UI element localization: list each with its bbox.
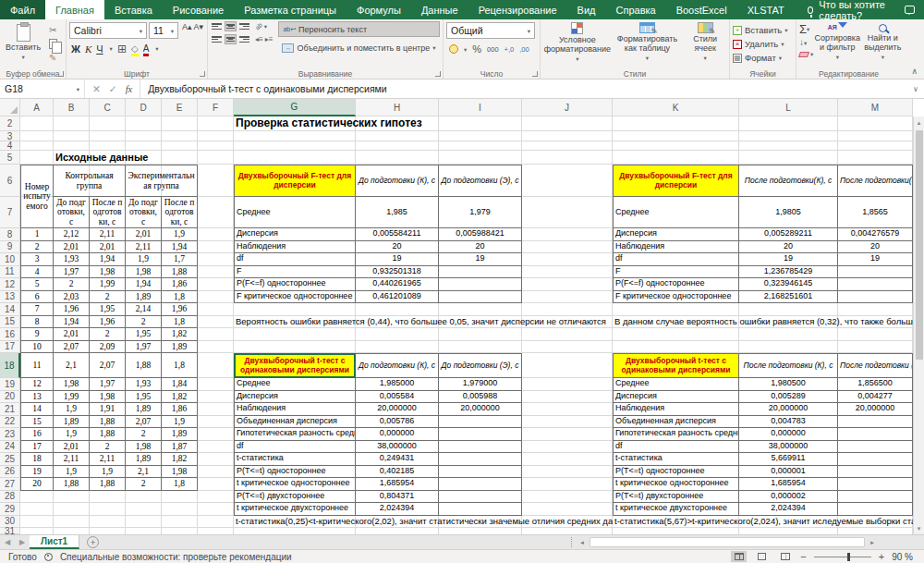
conditional-formatting-button[interactable]: Условное форматирование ▾: [544, 21, 611, 63]
cell-G24[interactable]: df: [234, 441, 356, 454]
cell-K23[interactable]: Гипотетическая разность средних: [613, 428, 739, 441]
cell-E7[interactable]: После подготовки, с: [162, 197, 198, 228]
cell-D23[interactable]: 2: [126, 428, 162, 441]
comment-icon[interactable]: [905, 6, 915, 14]
cell-G8[interactable]: Дисперсия: [234, 228, 356, 241]
zoom-slider[interactable]: [814, 557, 871, 557]
cell-K27[interactable]: t критическое одностороннее: [613, 478, 739, 491]
cell-H11[interactable]: 0,932501318: [356, 266, 439, 279]
cell-H20[interactable]: 0,005584: [356, 391, 439, 404]
cell-L7[interactable]: 1,9805: [739, 197, 838, 228]
zoom-in-icon[interactable]: +: [879, 551, 884, 562]
cell-E24[interactable]: 1,87: [162, 441, 198, 454]
orientation-icon[interactable]: ab: [254, 21, 263, 31]
cell-C18[interactable]: 2,07: [90, 353, 126, 378]
tab-Вид[interactable]: Вид: [567, 0, 606, 19]
shrink-font-icon[interactable]: А▾: [194, 22, 204, 31]
cell-C9[interactable]: 2,01: [90, 241, 126, 254]
cell-H21[interactable]: 20,000000: [356, 403, 439, 416]
cell-E10[interactable]: 1,7: [162, 253, 198, 266]
cell-H8[interactable]: 0,005584211: [356, 228, 439, 241]
fill-color-icon[interactable]: ◇: [131, 44, 139, 54]
cell-L22[interactable]: 0,004783: [739, 416, 838, 429]
row-header-2[interactable]: 2: [0, 116, 20, 131]
italic-icon[interactable]: К: [85, 43, 91, 55]
cell-H7[interactable]: 1,985: [356, 197, 439, 228]
cell-H13[interactable]: 0,461201089: [356, 291, 439, 304]
cell-A26[interactable]: 19: [20, 466, 54, 479]
vertical-scroll-thumb[interactable]: [916, 130, 923, 360]
cell-A25[interactable]: 18: [20, 453, 54, 466]
cell-K15[interactable]: В данном случае вероятность ошибки равня…: [613, 316, 913, 329]
tab-Разметка страницы[interactable]: Разметка страницы: [234, 0, 346, 19]
horizontal-scrollbar[interactable]: ◂ ▸: [571, 537, 878, 547]
cell-I7[interactable]: 1,979: [439, 197, 522, 228]
cell-D27[interactable]: 2: [126, 478, 162, 491]
cell-K6[interactable]: Двухвыборочный F-тест для дисперсии: [613, 165, 739, 197]
tab-Данные[interactable]: Данные: [411, 0, 468, 19]
cell-B17[interactable]: 2,07: [54, 341, 90, 354]
accessibility-status[interactable]: Специальные возможности: проверьте реком…: [60, 552, 292, 562]
row-header-10[interactable]: 10: [0, 253, 20, 266]
scroll-right-icon[interactable]: ▸: [867, 537, 878, 547]
scrollbar-splitter[interactable]: [571, 537, 575, 547]
cell-B7[interactable]: До подготовки, с: [54, 197, 90, 228]
cell-M25[interactable]: [838, 453, 913, 466]
font-size-select[interactable]: 11 ▾: [149, 22, 178, 39]
row-header-26[interactable]: 26: [0, 466, 20, 479]
cell-L20[interactable]: 0,005289: [739, 391, 838, 404]
vertical-scrollbar[interactable]: ▴ ▾: [913, 116, 924, 534]
column-header-J[interactable]: J: [522, 99, 613, 116]
cell-C17[interactable]: 2,09: [90, 341, 126, 354]
cell-E15[interactable]: 1,8: [162, 316, 198, 329]
cell-C15[interactable]: 1,96: [90, 316, 126, 329]
cell-E11[interactable]: 1,88: [162, 266, 198, 279]
cell-K24[interactable]: df: [613, 441, 739, 454]
page-break-view-button[interactable]: [777, 551, 793, 562]
cell-C24[interactable]: 2: [90, 441, 126, 454]
cell-D13[interactable]: 1,89: [126, 291, 162, 304]
enter-icon[interactable]: ✓: [109, 83, 117, 94]
cell-A15[interactable]: 8: [20, 316, 54, 329]
row-header-21[interactable]: 21: [0, 403, 20, 416]
row-header-22[interactable]: 22: [0, 416, 20, 429]
copy-icon[interactable]: [45, 37, 60, 50]
cell-C23[interactable]: 1,88: [90, 428, 126, 441]
dialog-launcher-icon[interactable]: [532, 71, 538, 77]
sheet-tab-active[interactable]: Лист1: [30, 535, 79, 549]
cell-I9[interactable]: 20: [439, 241, 522, 254]
cell-E13[interactable]: 1,8: [162, 291, 198, 304]
cell-A17[interactable]: 10: [20, 341, 54, 354]
cell-E17[interactable]: 1,89: [162, 341, 198, 354]
cell-G25[interactable]: t-статистика: [234, 453, 356, 466]
row-header-31[interactable]: 31: [0, 528, 20, 534]
cell-L25[interactable]: 5,669911: [739, 453, 838, 466]
cell-C14[interactable]: 1,95: [90, 303, 126, 316]
cell-C12[interactable]: 1,99: [90, 278, 126, 291]
comma-style-icon[interactable]: 000: [487, 45, 499, 54]
column-header-A[interactable]: A: [20, 99, 54, 116]
column-header-G[interactable]: G: [234, 99, 356, 116]
cell-I20[interactable]: 0,005988: [439, 391, 522, 404]
column-header-E[interactable]: E: [162, 99, 198, 116]
cell-G23[interactable]: Гипотетическая разность средних: [234, 428, 356, 441]
wrap-text-button[interactable]: ab↩ Переносить текст: [278, 21, 439, 37]
cell-H6[interactable]: До подготовки (К), с: [356, 165, 439, 197]
add-sheet-icon[interactable]: +: [87, 536, 99, 548]
cell-M27[interactable]: [838, 478, 913, 491]
cell-L19[interactable]: 1,980500: [739, 378, 838, 391]
cell-M19[interactable]: 1,856500: [838, 378, 913, 391]
row-header-19[interactable]: 19: [0, 378, 20, 391]
cell-E20[interactable]: 1,82: [162, 391, 198, 404]
cell-K28[interactable]: P(T<=t) двухстороннее: [613, 491, 739, 504]
underline-icon[interactable]: Ч: [96, 43, 103, 55]
cell-L23[interactable]: 0,000000: [739, 428, 838, 441]
tab-Рецензирование[interactable]: Рецензирование: [468, 0, 567, 19]
column-header-L[interactable]: L: [739, 99, 838, 116]
collapse-ribbon-icon[interactable]: ∧: [911, 67, 918, 76]
cell-A23[interactable]: 16: [20, 428, 54, 441]
cell-L11[interactable]: 1,236785429: [739, 266, 838, 279]
cancel-icon[interactable]: ✕: [92, 83, 101, 94]
cell-H25[interactable]: 0,249431: [356, 453, 439, 466]
cell-M10[interactable]: 19: [838, 253, 913, 266]
